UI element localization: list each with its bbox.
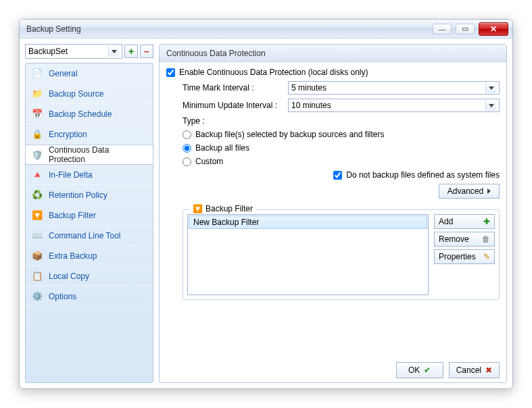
gear-icon: ⚙️ bbox=[31, 290, 43, 303]
type-option-label: Backup file(s) selected by backup source… bbox=[195, 130, 384, 139]
panel-body: Enable Continuous Data Protection (local… bbox=[160, 62, 506, 358]
client-area: BackupSet + – 📄 General 📁 Backup Source … bbox=[20, 39, 512, 388]
type-option-sources[interactable]: Backup file(s) selected by backup source… bbox=[183, 130, 500, 139]
filter-body: New Backup Filter Add ✚ Remove bbox=[187, 214, 495, 295]
filter-item-label: New Backup Filter bbox=[193, 218, 259, 227]
min-update-select[interactable]: 10 minutes bbox=[288, 99, 500, 112]
minimize-button[interactable]: — bbox=[433, 24, 452, 34]
filter-list[interactable]: New Backup Filter bbox=[187, 214, 429, 295]
time-mark-value: 5 minutes bbox=[291, 83, 327, 93]
titlebar: Backup Setting — ▭ ✕ bbox=[20, 20, 512, 39]
sidebar-item-label: Extra Backup bbox=[49, 251, 97, 261]
button-label: Remove bbox=[439, 234, 469, 244]
advanced-button[interactable]: Advanced bbox=[439, 184, 500, 199]
dialog-footer: OK ✔ Cancel ✖ bbox=[160, 358, 506, 382]
filter-properties-button[interactable]: Properties ✎ bbox=[434, 249, 495, 264]
sidebar-item-label: Continuous Data Protection bbox=[49, 145, 147, 164]
group-title-text: Backup Filter bbox=[205, 204, 253, 213]
chevron-right-icon bbox=[487, 188, 491, 194]
sidebar-item-infile-delta[interactable]: 🔺 In-File Delta bbox=[26, 165, 153, 185]
panel-title: Continuous Data Protection bbox=[166, 49, 266, 58]
backupset-select[interactable]: BackupSet bbox=[25, 44, 122, 59]
calendar-icon: 📅 bbox=[31, 108, 43, 120]
lock-icon: 🔒 bbox=[31, 128, 43, 141]
left-column: BackupSet + – 📄 General 📁 Backup Source … bbox=[25, 44, 153, 383]
time-mark-row: Time Mark Interval : 5 minutes bbox=[183, 81, 500, 95]
backup-filter-group: 🔽 Backup Filter New Backup Filter bbox=[183, 209, 500, 300]
type-option-all[interactable]: Backup all files bbox=[183, 143, 500, 153]
button-label: OK bbox=[408, 365, 420, 375]
system-files-row: Do not backup files defined as system fi… bbox=[183, 170, 500, 180]
sidebar-item-label: Backup Filter bbox=[49, 211, 96, 220]
sidebar-item-label: Backup Source bbox=[49, 89, 103, 99]
sidebar-item-encryption[interactable]: 🔒 Encryption bbox=[26, 124, 153, 145]
filter-list-item[interactable]: New Backup Filter bbox=[189, 215, 427, 229]
sidebar-item-label: Backup Schedule bbox=[49, 109, 112, 119]
enable-cdp-label: Enable Continuous Data Protection (local… bbox=[179, 68, 368, 77]
recycle-icon: ♻️ bbox=[31, 189, 43, 201]
add-backupset-button[interactable]: + bbox=[124, 45, 138, 58]
sidebar-item-label: Encryption bbox=[49, 130, 87, 139]
trash-icon: 🗑 bbox=[482, 234, 490, 244]
filter-add-button[interactable]: Add ✚ bbox=[434, 214, 495, 229]
panel-header: Continuous Data Protection bbox=[160, 45, 506, 62]
chevron-down-icon bbox=[485, 82, 496, 93]
type-option-label: Backup all files bbox=[195, 143, 249, 153]
sidebar: 📄 General 📁 Backup Source 📅 Backup Sched… bbox=[25, 63, 153, 383]
copy-icon: 📋 bbox=[31, 270, 43, 282]
edit-icon: ✎ bbox=[483, 252, 490, 261]
min-update-label: Minimum Update Interval : bbox=[183, 101, 284, 110]
sidebar-item-general[interactable]: 📄 General bbox=[26, 63, 153, 84]
terminal-icon: ⌨️ bbox=[31, 230, 43, 242]
check-icon: ✔ bbox=[424, 365, 431, 375]
enable-cdp-checkbox[interactable] bbox=[166, 68, 175, 77]
type-option-custom[interactable]: Custom bbox=[183, 157, 500, 166]
button-label: Add bbox=[439, 217, 453, 226]
plus-icon: ✚ bbox=[483, 217, 490, 226]
maximize-button[interactable]: ▭ bbox=[456, 24, 475, 34]
delta-icon: 🔺 bbox=[31, 169, 43, 181]
filter-remove-button[interactable]: Remove 🗑 bbox=[434, 232, 495, 247]
ok-button[interactable]: OK ✔ bbox=[396, 362, 443, 378]
type-radio-custom[interactable] bbox=[183, 157, 191, 166]
filter-buttons: Add ✚ Remove 🗑 Properties ✎ bbox=[434, 214, 495, 295]
sidebar-item-local-copy[interactable]: 📋 Local Copy bbox=[26, 266, 153, 286]
advanced-label: Advanced bbox=[448, 186, 483, 196]
cancel-button[interactable]: Cancel ✖ bbox=[449, 362, 500, 378]
enable-cdp-row[interactable]: Enable Continuous Data Protection (local… bbox=[166, 68, 500, 77]
type-label: Type : bbox=[183, 116, 205, 126]
button-label: Properties bbox=[439, 252, 476, 261]
sidebar-item-label: Command Line Tool bbox=[49, 231, 121, 240]
sidebar-item-label: Local Copy bbox=[49, 272, 89, 281]
page-icon: 📄 bbox=[31, 68, 43, 80]
type-radio-sources[interactable] bbox=[183, 130, 191, 139]
remove-backupset-button[interactable]: – bbox=[140, 45, 153, 58]
advanced-row: Advanced bbox=[183, 184, 500, 199]
main-panel: Continuous Data Protection Enable Contin… bbox=[159, 44, 507, 383]
sidebar-item-backup-filter[interactable]: 🔽 Backup Filter bbox=[26, 205, 153, 226]
sidebar-item-cli[interactable]: ⌨️ Command Line Tool bbox=[26, 226, 153, 246]
sidebar-item-backup-source[interactable]: 📁 Backup Source bbox=[26, 84, 153, 104]
min-update-value: 10 minutes bbox=[291, 101, 331, 110]
sidebar-item-label: In-File Delta bbox=[49, 170, 93, 180]
filter-icon: 🔽 bbox=[193, 204, 203, 213]
type-option-label: Custom bbox=[195, 157, 223, 166]
sidebar-item-cdp[interactable]: 🛡️ Continuous Data Protection bbox=[26, 145, 153, 165]
sidebar-item-options[interactable]: ⚙️ Options bbox=[26, 286, 153, 307]
type-radio-all[interactable] bbox=[183, 144, 191, 153]
sidebar-item-extra-backup[interactable]: 📦 Extra Backup bbox=[26, 246, 153, 266]
min-update-row: Minimum Update Interval : 10 minutes bbox=[183, 99, 500, 112]
sidebar-item-label: Retention Policy bbox=[49, 190, 107, 200]
type-label-row: Type : bbox=[183, 116, 500, 126]
button-label: Cancel bbox=[456, 365, 481, 375]
cdp-options: Time Mark Interval : 5 minutes Minimum U… bbox=[166, 81, 500, 300]
filter-icon: 🔽 bbox=[31, 209, 43, 222]
time-mark-select[interactable]: 5 minutes bbox=[288, 81, 500, 95]
chevron-down-icon bbox=[108, 46, 119, 57]
backupset-row: BackupSet + – bbox=[25, 44, 153, 59]
sidebar-item-backup-schedule[interactable]: 📅 Backup Schedule bbox=[26, 104, 153, 124]
close-button[interactable]: ✕ bbox=[479, 22, 508, 36]
group-title: 🔽 Backup Filter bbox=[190, 204, 256, 213]
sidebar-item-retention[interactable]: ♻️ Retention Policy bbox=[26, 185, 153, 205]
system-files-checkbox[interactable] bbox=[333, 171, 342, 180]
